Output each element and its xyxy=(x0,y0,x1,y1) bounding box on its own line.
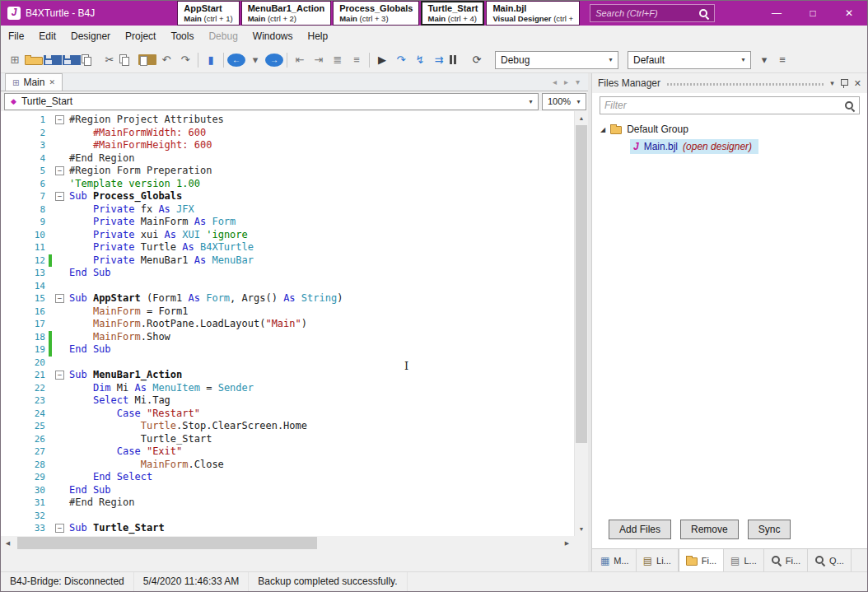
code-line[interactable]: 12 Private MenuBar1 As MenuBar xyxy=(1,254,574,268)
add-files-button[interactable]: Add Files xyxy=(609,520,671,539)
navigate-forward-icon[interactable]: → xyxy=(265,54,283,67)
editor-tab-main[interactable]: ⊞ Main ✕ xyxy=(5,73,63,91)
tool-tab-modules[interactable]: ▦M... xyxy=(594,549,637,571)
line-number[interactable]: 28 xyxy=(1,459,47,472)
code-line[interactable]: 3 #MainFormHeight: 600 xyxy=(1,139,574,152)
tool-tab-find-references[interactable]: Fi... xyxy=(764,549,808,571)
line-number[interactable]: 12 xyxy=(1,254,47,268)
code-line[interactable]: 26 Turtle_Start xyxy=(1,433,574,446)
save-icon[interactable] xyxy=(44,55,62,65)
code-line[interactable]: 15−Sub AppStart (Form1 As Form, Args() A… xyxy=(1,292,574,305)
menu-debug[interactable]: Debug xyxy=(201,26,245,47)
sub-navigator-select[interactable]: ◆ Turtle_Start ▾ xyxy=(4,93,539,110)
code-line[interactable]: 1−#Region Project Attributes xyxy=(1,114,574,127)
line-number[interactable]: 26 xyxy=(1,433,47,446)
tree-group-row[interactable]: ◢ Default Group xyxy=(592,120,867,138)
scroll-left-icon[interactable]: ◀ xyxy=(1,536,15,550)
tab-list-icon[interactable]: ▾ xyxy=(576,77,580,86)
run-configuration-select[interactable]: Default ▾ xyxy=(628,51,751,69)
code-line[interactable]: 33−Sub Turtle_Start xyxy=(1,522,574,535)
line-number[interactable]: 5 xyxy=(1,165,47,178)
titlebar-tab-turtle_start[interactable]: Turtle_StartMain (ctrl + 4) xyxy=(421,1,484,26)
maximize-button[interactable]: □ xyxy=(795,1,831,26)
navigate-back-menu-icon[interactable]: ▾ xyxy=(246,51,264,69)
run-icon[interactable]: ▶ xyxy=(373,51,391,69)
line-number[interactable]: 3 xyxy=(1,139,47,152)
minimize-button[interactable]: — xyxy=(758,1,795,26)
tool-tab-logs[interactable]: ▤L... xyxy=(724,549,764,571)
tool-tab-quick-search[interactable]: Q... xyxy=(808,549,852,571)
panel-menu-icon[interactable]: ▾ xyxy=(830,79,834,87)
line-number[interactable]: 33 xyxy=(1,522,47,535)
titlebar-tab-menubar1_action[interactable]: MenuBar1_ActionMain (ctrl + 2) xyxy=(241,1,332,26)
panel-drag-grip[interactable] xyxy=(666,82,824,86)
outdent-icon[interactable]: ⇤ xyxy=(291,51,309,69)
vertical-scroll-thumb[interactable] xyxy=(576,125,587,443)
navigate-back-icon[interactable]: ← xyxy=(227,54,245,67)
titlebar-search-input[interactable] xyxy=(595,8,694,18)
code-line[interactable]: 11 Private Turtle As B4XTurtle xyxy=(1,241,574,254)
scroll-down-icon[interactable]: ▼ xyxy=(575,522,588,536)
code-line[interactable]: 7−Sub Process_Globals xyxy=(1,190,574,203)
line-number[interactable]: 27 xyxy=(1,445,47,459)
titlebar-tab-process_globals[interactable]: Process_GlobalsMain (ctrl + 3) xyxy=(333,1,419,26)
line-number[interactable]: 23 xyxy=(1,394,47,408)
code-line[interactable]: 19End Sub xyxy=(1,343,574,357)
code-line[interactable]: 14 xyxy=(1,280,574,293)
menu-file[interactable]: File xyxy=(1,26,31,47)
menu-windows[interactable]: Windows xyxy=(245,26,301,47)
code-line[interactable]: 30End Sub xyxy=(1,484,574,497)
horizontal-scroll-thumb[interactable] xyxy=(17,537,317,549)
code-line[interactable]: 10 Private xui As XUI 'ignore xyxy=(1,229,574,242)
titlebar-tab-appstart[interactable]: AppStartMain (ctrl + 1) xyxy=(177,1,239,26)
fold-collapse-icon[interactable]: − xyxy=(55,166,64,175)
cut-icon[interactable]: ✂ xyxy=(100,51,119,69)
code-line[interactable]: 24 Case "Restart" xyxy=(1,408,574,421)
horizontal-scroll-track[interactable] xyxy=(15,536,560,550)
fold-collapse-icon[interactable]: − xyxy=(55,115,64,124)
step-over-icon[interactable]: ↷ xyxy=(392,51,410,69)
tab-close-icon[interactable]: ✕ xyxy=(49,78,55,86)
copy-module-icon[interactable] xyxy=(82,54,100,65)
fold-collapse-icon[interactable]: − xyxy=(55,524,64,533)
line-number[interactable]: 29 xyxy=(1,471,47,484)
code-line[interactable]: 28 MainForm.Close xyxy=(1,459,574,472)
redo-icon[interactable]: ↷ xyxy=(176,51,194,69)
pin-icon[interactable] xyxy=(840,78,848,89)
code-line[interactable]: 4#End Region xyxy=(1,152,574,165)
menu-project[interactable]: Project xyxy=(118,26,163,47)
quick-config-menu-icon[interactable]: ▾ xyxy=(755,51,773,69)
restart-icon[interactable]: ⟳ xyxy=(468,51,486,69)
line-number[interactable]: 21 xyxy=(1,369,47,382)
line-number[interactable]: 15 xyxy=(1,292,47,305)
tab-scroll-right-icon[interactable]: ▸ xyxy=(564,77,568,86)
uncomment-icon[interactable]: ≡ xyxy=(348,51,366,69)
files-filter-input[interactable] xyxy=(604,100,844,111)
tool-tab-libraries-manager[interactable]: ▤Li... xyxy=(637,549,679,571)
sync-button[interactable]: Sync xyxy=(748,520,791,539)
line-number[interactable]: 17 xyxy=(1,318,47,331)
fold-collapse-icon[interactable]: − xyxy=(55,294,64,303)
line-number[interactable]: 16 xyxy=(1,305,47,319)
code-line[interactable]: 16 MainForm = Form1 xyxy=(1,305,574,319)
code-line[interactable]: 6'Template version 1.00 xyxy=(1,178,574,191)
close-button[interactable]: ✕ xyxy=(831,1,867,26)
code-line[interactable]: 9 Private MainForm As Form xyxy=(1,216,574,229)
line-number[interactable]: 22 xyxy=(1,382,47,395)
line-number[interactable]: 31 xyxy=(1,496,47,510)
code-line[interactable]: 32 xyxy=(1,510,574,523)
line-number[interactable]: 11 xyxy=(1,241,47,254)
scroll-right-icon[interactable]: ▶ xyxy=(560,536,574,550)
code-line[interactable]: 27 Case "Exit" xyxy=(1,445,574,459)
code-line[interactable]: 17 MainForm.RootPane.LoadLayout("Main") xyxy=(1,318,574,331)
scroll-up-icon[interactable]: ▲ xyxy=(575,111,588,125)
line-number[interactable]: 20 xyxy=(1,357,47,370)
resume-icon[interactable]: ⇉ xyxy=(430,51,448,69)
line-number[interactable]: 1 xyxy=(1,114,47,127)
code-line[interactable]: 5−#Region Form Preperation xyxy=(1,165,574,178)
menu-edit[interactable]: Edit xyxy=(31,26,63,47)
new-module-icon[interactable]: ⊞ xyxy=(6,51,24,69)
line-number[interactable]: 32 xyxy=(1,510,47,523)
code-line[interactable]: 2 #MainFormWidth: 600 xyxy=(1,127,574,140)
pause-icon[interactable] xyxy=(449,55,467,64)
